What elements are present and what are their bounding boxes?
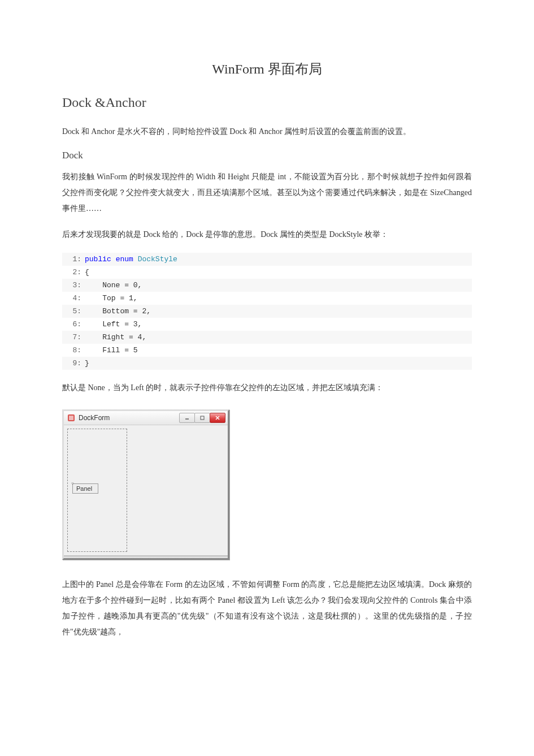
svg-rect-1 (69, 416, 73, 420)
code-line: 1:public enum DockStyle (62, 253, 472, 266)
code-text: } (85, 359, 89, 368)
code-line: 9:} (62, 357, 472, 370)
paragraph-1: Dock 和 Anchor 是水火不容的，同时给控件设置 Dock 和 Anch… (62, 124, 472, 140)
code-line: 3: None = 0, (62, 279, 472, 292)
maximize-icon (199, 416, 205, 420)
code-line: 2:{ (62, 266, 472, 279)
code-line: 8: Fill = 5 (62, 344, 472, 357)
line-number: 4: (67, 294, 85, 303)
paragraph-3: 后来才发现我要的就是 Dock 给的，Dock 是停靠的意思。Dock 属性的类… (62, 227, 472, 243)
paragraph-2: 我初接触 WinForm 的时候发现控件的 Width 和 Height 只能是… (62, 169, 472, 217)
line-number: 8: (67, 346, 85, 355)
line-number: 5: (67, 307, 85, 316)
heading-dock: Dock (62, 150, 472, 161)
line-number: 2: (67, 268, 85, 277)
docked-panel: ○ Panel (67, 429, 127, 552)
close-button[interactable] (210, 413, 225, 423)
code-line: 7: Right = 4, (62, 331, 472, 344)
code-text: Left = 3, (85, 320, 142, 329)
code-text: Top = 1, (85, 294, 138, 303)
page-title: WinForm 界面布局 (62, 60, 472, 78)
application-icon (67, 414, 75, 422)
panel-label: ○ Panel (72, 483, 98, 494)
code-block: 1:public enum DockStyle2:{3: None = 0,4:… (62, 253, 472, 370)
code-text: public enum DockStyle (85, 255, 177, 263)
code-text: Fill = 5 (85, 346, 138, 355)
minimize-button[interactable] (179, 413, 195, 423)
dockform-window: DockForm ○ Panel (62, 409, 229, 560)
code-line: 4: Top = 1, (62, 292, 472, 305)
code-text: Bottom = 2, (85, 307, 151, 316)
heading-dock-anchor: Dock &Anchor (62, 95, 472, 110)
window-titlebar: DockForm (64, 411, 228, 425)
maximize-button[interactable] (194, 413, 210, 423)
window-buttons (180, 413, 225, 423)
code-line: 6: Left = 3, (62, 318, 472, 331)
line-number: 1: (67, 255, 85, 263)
line-number: 9: (67, 359, 85, 368)
panel-label-text: Panel (76, 485, 92, 492)
paragraph-5: 上图中的 Panel 总是会停靠在 Form 的左边区域，不管如何调整 Form… (62, 577, 472, 640)
line-number: 3: (67, 281, 85, 290)
line-number: 6: (67, 320, 85, 329)
minimize-icon (184, 416, 190, 420)
code-text: None = 0, (85, 281, 142, 290)
svg-rect-3 (201, 416, 204, 420)
line-number: 7: (67, 333, 85, 342)
code-line: 5: Bottom = 2, (62, 305, 472, 318)
code-text: { (85, 268, 89, 277)
document-page: WinForm 界面布局 Dock &Anchor Dock 和 Anchor … (0, 0, 534, 684)
window-shadow (64, 555, 228, 558)
window-client-area: ○ Panel (64, 425, 228, 555)
code-text: Right = 4, (85, 333, 146, 342)
close-icon (215, 416, 220, 420)
panel-handle-icon: ○ (71, 481, 74, 486)
paragraph-4: 默认是 None，当为 Left 的时，就表示子控件停靠在父控件的左边区域，并把… (62, 380, 472, 396)
window-title: DockForm (79, 414, 180, 422)
